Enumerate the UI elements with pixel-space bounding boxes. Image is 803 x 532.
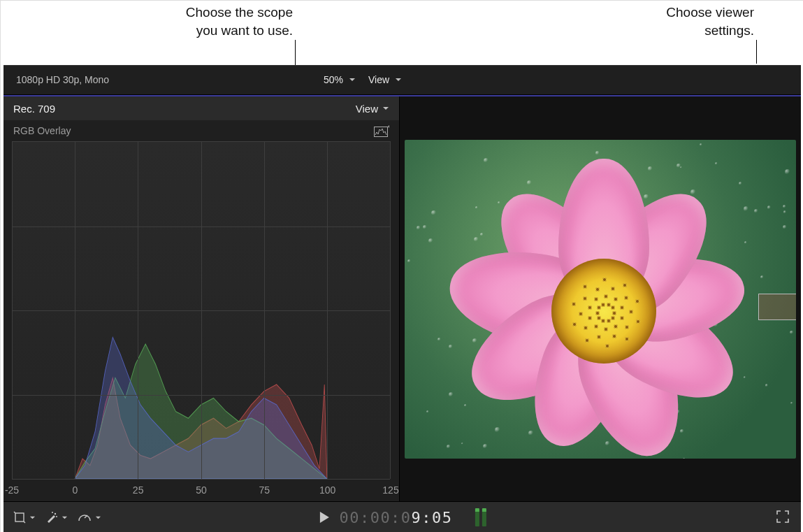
color-space-label: Rec. 709 <box>13 103 55 115</box>
viewer-canvas[interactable] <box>400 96 801 501</box>
selection-marquee[interactable] <box>758 294 796 320</box>
play-button[interactable] <box>318 511 329 524</box>
callout-viewer-leader <box>756 40 757 64</box>
chevron-down-icon <box>62 512 68 523</box>
fullscreen-button[interactable] <box>776 510 790 526</box>
scopes-view-dropdown[interactable]: View <box>356 103 389 115</box>
titlebar: 1080p HD 30p, Mono IMG_0424 50% View <box>3 65 801 95</box>
chevron-down-icon <box>382 105 389 112</box>
content-split: Rec. 709 View RGB Overlay <box>3 95 801 501</box>
chevron-down-icon <box>29 512 36 523</box>
viewer-view-dropdown[interactable]: View <box>368 74 402 85</box>
callout-viewer: Choose viewer settings. <box>572 3 754 39</box>
zoom-dropdown[interactable]: 50% <box>324 74 356 85</box>
crop-tool-dropdown[interactable] <box>13 511 36 524</box>
scope-mode-label: RGB Overlay <box>13 125 71 136</box>
svg-point-8 <box>56 516 57 517</box>
timecode-active: 9:05 <box>412 509 453 526</box>
timecode-display: 00:00:09:05 <box>318 508 486 526</box>
retime-tool-dropdown[interactable] <box>78 511 101 524</box>
app-window: 1080p HD 30p, Mono IMG_0424 50% View <box>3 65 801 532</box>
project-format: 1080p HD 30p, Mono <box>3 74 324 85</box>
histogram-x-axis: -250255075100125 <box>12 479 391 497</box>
svg-point-7 <box>55 513 56 515</box>
callout-scope: Choose the scope you want to use. <box>104 3 293 39</box>
histogram: -250255075100125 <box>12 141 391 497</box>
flower-center <box>551 259 656 364</box>
enhance-tool-dropdown[interactable] <box>45 511 68 524</box>
scope-selector-button[interactable] <box>374 124 389 137</box>
preview-image <box>405 140 796 459</box>
chevron-down-icon <box>95 512 101 523</box>
svg-rect-6 <box>15 513 24 522</box>
transport-bar: 00:00:09:05 <box>3 501 801 532</box>
timecode-inactive: 00:00:0 <box>339 509 411 526</box>
chevron-down-icon <box>349 76 356 83</box>
scopes-panel: Rec. 709 View RGB Overlay <box>3 96 400 501</box>
scopes-header: Rec. 709 View <box>3 96 399 120</box>
chevron-down-icon <box>395 76 402 83</box>
viewer-panel <box>400 96 801 501</box>
svg-point-9 <box>52 512 53 513</box>
audio-meter <box>475 508 486 526</box>
